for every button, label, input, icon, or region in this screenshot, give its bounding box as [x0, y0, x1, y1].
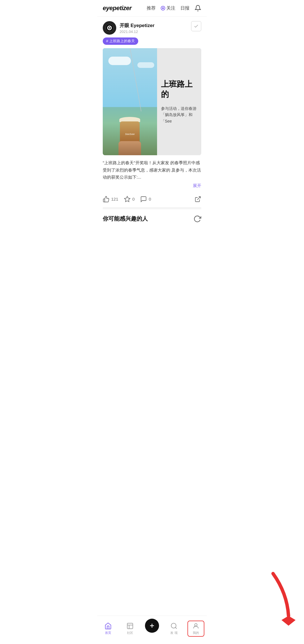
like-count: 121: [111, 197, 118, 201]
tab-follow[interactable]: 关注: [161, 5, 175, 11]
app-logo: eyepetizer: [103, 5, 147, 12]
post-date: 2021.04.12: [120, 30, 155, 34]
follow-dot-inner: [162, 7, 164, 9]
svg-line-6: [197, 197, 200, 200]
post-tag[interactable]: # 上班路上的春天: [103, 37, 138, 45]
star-icon: [124, 196, 131, 203]
svg-marker-5: [124, 196, 130, 202]
post-image-title: 上班路上的: [161, 79, 198, 100]
post-image-right: 上班路上的 参与活动，送你春游 「躺岛放风筝」和「See: [157, 48, 202, 155]
post-header: 开眼 Eyepetizer 2021.04.12: [103, 21, 201, 35]
tab-daily[interactable]: 日报: [180, 5, 189, 11]
follow-dot-icon: [161, 6, 165, 10]
like-action[interactable]: 121: [103, 196, 118, 203]
post-author: 开眼 Eyepetizer 2021.04.12: [103, 21, 155, 35]
like-icon: [103, 196, 109, 203]
comment-icon: [140, 196, 147, 203]
post-image-desc: 参与活动，送你春游 「躺岛放风筝」和「See: [161, 105, 198, 124]
rec-title: 你可能感兴趣的人: [103, 215, 148, 223]
star-count: 0: [132, 197, 135, 201]
post-card: 开眼 Eyepetizer 2021.04.12 # 上班路上的春天 SeeSa…: [97, 17, 207, 209]
rec-header: 你可能感兴趣的人: [103, 215, 201, 223]
post-text: "上班路上的春天"开奖啦！从大家发 的春季照片中感受到了浓烈的春季气息，感谢大家…: [103, 159, 201, 181]
recommendations-section: 你可能感兴趣的人: [97, 209, 207, 223]
svg-point-4: [110, 27, 110, 28]
actions-left: 121 0 0: [103, 196, 151, 203]
hand-shape: [119, 141, 141, 155]
tab-recommend[interactable]: 推荐: [147, 5, 156, 11]
post-image[interactable]: SeeSaw 上班路上的 参与活动，送你春游 「躺岛放风筝」和「See: [103, 48, 201, 155]
post-desc-line2: 「躺岛放风筝」和「See: [161, 112, 193, 123]
post-actions: 121 0 0: [103, 192, 201, 209]
post-desc-line1: 参与活动，送你春游: [161, 106, 196, 111]
bookmark-button[interactable]: [191, 21, 201, 31]
bell-icon[interactable]: [195, 5, 201, 12]
avatar[interactable]: [103, 21, 116, 35]
cloud2: [137, 62, 154, 68]
share-icon[interactable]: [195, 196, 201, 203]
post-image-left: SeeSaw: [103, 48, 157, 155]
star-action[interactable]: 0: [124, 196, 135, 203]
cup-logo: SeeSaw: [125, 133, 135, 136]
author-name: 开眼 Eyepetizer: [120, 22, 155, 29]
refresh-icon[interactable]: [193, 215, 201, 223]
app-header: eyepetizer 推荐 关注 日报: [97, 0, 207, 17]
comment-action[interactable]: 0: [140, 196, 151, 203]
comment-count: 0: [149, 197, 151, 201]
author-info: 开眼 Eyepetizer 2021.04.12: [120, 22, 155, 34]
cloud1: [108, 57, 131, 65]
expand-button[interactable]: 展开: [103, 183, 201, 188]
nav-tabs: 推荐 关注 日报: [147, 5, 201, 12]
